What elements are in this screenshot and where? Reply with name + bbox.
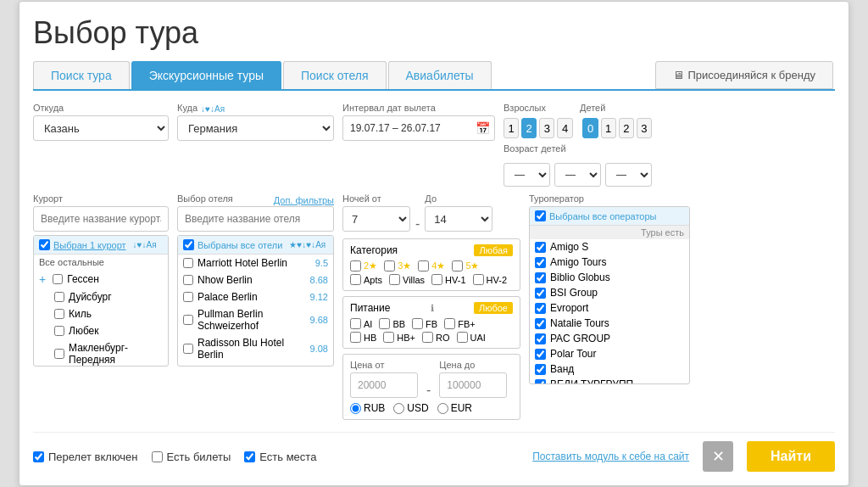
op-item[interactable]: Evroport [530, 300, 689, 316]
hotel-checkbox[interactable] [183, 258, 193, 268]
op-checkbox[interactable] [535, 333, 546, 344]
op-item[interactable]: ВЕДИ ТУРГРУПП [530, 377, 689, 384]
tab-brand[interactable]: 🖥 Присоединяйся к бренду [655, 61, 833, 89]
adults-3-btn[interactable]: 3 [539, 118, 554, 138]
dates-input[interactable]: 19.07.17 – 26.07.17 [342, 115, 495, 141]
op-checkbox[interactable] [535, 318, 546, 329]
resort-input[interactable] [33, 206, 169, 232]
op-item[interactable]: Ванд [530, 361, 689, 377]
list-item[interactable]: Marriott Hotel Berlin 9.5 [178, 255, 333, 271]
op-item[interactable]: Polar Tour [530, 346, 689, 361]
children-2-btn[interactable]: 2 [619, 118, 634, 138]
cat-5star[interactable] [452, 260, 463, 271]
tickets-check-item[interactable]: Есть билеты [152, 451, 231, 463]
hotel-all-checkbox[interactable] [183, 239, 194, 250]
list-item[interactable]: + Гессен [34, 270, 168, 288]
tab-hotel[interactable]: Поиск отеля [283, 61, 387, 89]
cat-3star[interactable] [384, 260, 395, 271]
cat-4star[interactable] [418, 260, 429, 271]
op-item[interactable]: BSI Group [530, 285, 689, 300]
child-age-select-2[interactable]: — [554, 163, 601, 187]
op-checkbox[interactable] [535, 288, 546, 299]
resort-checkbox[interactable] [54, 349, 64, 359]
cat-hv1[interactable] [431, 274, 442, 285]
op-item[interactable]: Natalie Tours [530, 316, 689, 331]
cat-hv2[interactable] [473, 274, 484, 285]
meal-ai[interactable] [350, 318, 361, 329]
resort-all-checkbox[interactable] [39, 239, 50, 250]
op-checkbox[interactable] [535, 303, 546, 314]
list-item[interactable]: Rocco Forte Hotel de Rome 8.58 [178, 363, 333, 367]
adults-4-btn[interactable]: 4 [557, 118, 572, 138]
clear-button[interactable]: ✕ [703, 441, 733, 472]
meal-hb+[interactable] [383, 332, 394, 343]
op-checkbox[interactable] [535, 272, 546, 283]
tab-excursions[interactable]: Экскурсионные туры [131, 61, 281, 89]
list-item[interactable]: Nhow Berlin 8.68 [178, 271, 333, 288]
list-item[interactable]: Palace Berlin 9.12 [178, 288, 333, 305]
flight-check-item[interactable]: Перелет включен [33, 451, 138, 463]
hotel-checkbox[interactable] [183, 315, 193, 325]
meal-fb[interactable] [412, 318, 423, 329]
op-checkbox[interactable] [535, 364, 546, 375]
child-age-select-1[interactable]: — [504, 163, 550, 187]
cat-2star[interactable] [350, 260, 361, 271]
op-item[interactable]: Biblio Globus [530, 270, 689, 285]
nights-to-select[interactable]: 14 [425, 206, 492, 232]
hotel-filter-link[interactable]: Доп. фильтры [274, 195, 334, 205]
tickets-checkbox[interactable] [152, 451, 163, 462]
hotel-input[interactable] [177, 206, 334, 232]
seats-checkbox[interactable] [244, 451, 255, 462]
to-select[interactable]: Германия [177, 115, 334, 141]
meal-bb[interactable] [379, 318, 390, 329]
op-item[interactable]: Amigo S [530, 239, 689, 255]
list-item[interactable]: Киль [34, 305, 168, 322]
price-from-input[interactable] [350, 372, 418, 398]
hotel-checkbox[interactable] [183, 344, 193, 354]
meal-hb[interactable] [350, 332, 361, 343]
hotel-checkbox[interactable] [183, 292, 193, 302]
currency-usd[interactable] [393, 403, 404, 414]
op-checkbox[interactable] [535, 257, 546, 268]
list-item[interactable]: Radisson Blu Hotel Berlin 9.08 [178, 334, 333, 363]
op-checkbox[interactable] [535, 242, 546, 253]
hotel-all-header[interactable]: Выбраны все отели ★♥↓♥↓Ая [178, 236, 333, 255]
flight-checkbox[interactable] [33, 451, 44, 462]
op-checkbox[interactable] [535, 379, 546, 385]
hotel-checkbox[interactable] [183, 275, 193, 285]
op-checkbox[interactable] [535, 349, 546, 360]
operator-all-checkbox[interactable] [535, 210, 546, 221]
price-to-input[interactable] [439, 372, 507, 398]
operator-all-header[interactable]: Выбраны все операторы [530, 207, 689, 226]
adults-2-btn[interactable]: 2 [521, 118, 537, 138]
cat-apts[interactable] [350, 274, 361, 285]
meal-uai[interactable] [457, 332, 468, 343]
currency-eur[interactable] [437, 403, 448, 414]
resort-all-header[interactable]: Выбран 1 курорт ↓♥↓Ая [34, 236, 168, 255]
search-button[interactable]: Найти [747, 441, 835, 472]
site-link[interactable]: Поставить модуль к себе на сайт [532, 451, 689, 462]
meal-info-icon[interactable]: ℹ [431, 303, 434, 314]
seats-check-item[interactable]: Есть места [244, 451, 316, 463]
expand-icon[interactable]: + [39, 272, 46, 286]
op-item[interactable]: PAC GROUP [530, 331, 689, 346]
op-item[interactable]: Amigo Tours [530, 255, 689, 270]
nights-from-select[interactable]: 7 [342, 206, 410, 232]
currency-rub[interactable] [350, 403, 361, 414]
from-select[interactable]: Казань [33, 115, 169, 141]
list-item[interactable]: Pullman Berlin Schweizerhof 9.68 [178, 305, 333, 334]
meal-ro[interactable] [422, 332, 433, 343]
child-age-select-3[interactable]: — [605, 163, 652, 187]
cat-villas[interactable] [389, 274, 400, 285]
tab-search[interactable]: Поиск тура [33, 61, 130, 89]
calendar-icon[interactable]: 📅 [476, 121, 490, 135]
resort-checkbox[interactable] [54, 292, 64, 302]
resort-checkbox[interactable] [54, 309, 64, 319]
meal-fb+[interactable] [444, 318, 455, 329]
children-1-btn[interactable]: 1 [601, 118, 616, 138]
list-item[interactable]: Любек [34, 322, 168, 339]
adults-1-btn[interactable]: 1 [504, 118, 519, 138]
children-0-btn[interactable]: 0 [582, 118, 598, 138]
tab-flights[interactable]: Авиабилеты [388, 61, 492, 89]
list-item[interactable]: Дуйсбург [34, 288, 168, 305]
